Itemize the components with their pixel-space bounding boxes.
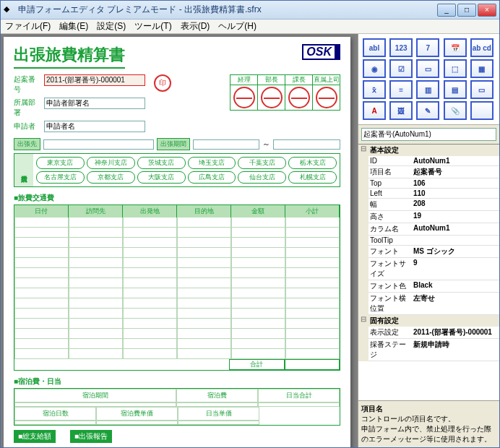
prop-value[interactable]: 106 [412,178,499,189]
prop-value[interactable]: 9 [412,258,499,280]
stamp-icon [233,87,255,108]
branch-pill[interactable]: 名古屋支店 [36,171,85,184]
tool-text-icon[interactable]: abl [363,38,386,57]
tool-rect-icon[interactable]: ▭ [416,59,439,78]
help-body: コントロールの項目名です。 申請フォーム内で、禁止処理を行った際のエラーメッセー… [361,414,496,444]
branch-pill[interactable]: 茨城支店 [137,157,186,169]
table-row[interactable] [14,228,340,238]
prop-value[interactable] [412,236,499,246]
app-icon: ◆ [4,4,15,16]
tool-columns-icon[interactable]: ▥ [416,80,439,99]
field-applicant[interactable]: 申請者名 [44,121,145,132]
branch-pill[interactable]: 大阪支店 [137,171,186,184]
stay-unit-diem-value[interactable] [178,421,259,425]
stay-unit-stay-label: 宿泊費単価 [96,407,178,421]
prop-key: 高さ [368,211,412,223]
tool-rows-icon[interactable]: ▤ [444,80,467,99]
prop-value[interactable]: 新規申請時 [412,339,499,361]
menu-settings[interactable]: 設定(S) [97,20,126,33]
table-row[interactable] [14,248,340,258]
branch-pill[interactable]: 東京支店 [36,157,85,169]
branch-pill[interactable]: 神奈川支店 [87,157,135,169]
prop-value[interactable]: 110 [412,189,499,199]
prop-value[interactable]: 2011-(部署番号)-000001 [412,327,499,339]
menu-tool[interactable]: ツール(T) [134,20,171,33]
branch-pill[interactable]: 埼玉支店 [188,157,236,169]
menu-help[interactable]: ヘルプ(H) [218,20,257,33]
label-period: 出張期間 [157,138,190,150]
approver-col-1: 経理 [230,75,258,85]
branch-pill[interactable]: 栃木支店 [288,157,337,169]
table-row[interactable] [14,309,340,319]
prop-value[interactable]: MS ゴシック [412,246,499,258]
tool-image-icon[interactable]: 🖼 [389,101,413,120]
table-row[interactable] [14,288,340,298]
prop-value[interactable]: 起案番号 [412,166,499,178]
field-docno[interactable]: 2011-(部署番号)-000001 [44,74,145,86]
stay-unit-stay-value[interactable] [96,421,178,425]
table-row[interactable] [14,319,340,329]
branch-pill[interactable]: 京都支店 [87,171,135,184]
field-period-to[interactable] [273,139,340,150]
window-close-button[interactable]: × [478,4,496,17]
group-toggle-icon[interactable]: ⊟ [358,315,368,327]
prop-value[interactable]: AutoNum1 [412,223,499,236]
window-minimize-button[interactable]: _ [437,4,456,17]
table-row[interactable] [14,238,340,248]
prop-key: 表示設定 [368,327,412,339]
branch-pill[interactable]: 千葉支店 [238,157,286,169]
tool-grid-icon[interactable]: ▦ [470,59,493,78]
prop-value[interactable]: Black [412,280,499,293]
property-target-combo[interactable]: 起案番号(AutoNum1) [361,128,496,141]
table-row[interactable] [14,217,340,228]
tool-empty-icon[interactable] [470,101,493,120]
branch-pill[interactable]: 札幌支店 [288,171,337,184]
form-title: 出張旅費精算書 [14,44,125,69]
tool-calendar-icon[interactable]: 📅 [444,38,467,57]
design-canvas[interactable]: OSK 出張旅費精算書 起案番号 2011-(部署番号)-000001 所属部署… [1,34,358,447]
field-destination[interactable] [43,139,154,150]
tool-number-icon[interactable]: 123 [389,38,413,57]
section-travel: ■旅費交通費 [14,193,340,203]
window-maximize-button[interactable]: □ [457,4,476,17]
prop-value[interactable]: AutoNum1 [412,156,499,166]
table-row[interactable] [14,329,340,339]
prop-value[interactable]: 208 [412,199,499,211]
tool-formula-icon[interactable]: x̄ [363,80,386,99]
menu-file[interactable]: ファイル(F) [5,20,51,33]
tool-radio-icon[interactable]: ◉ [363,59,386,78]
label-applicant: 申請者 [14,121,41,132]
seal-icon: 印 [154,74,171,92]
field-dept[interactable]: 申請者部署名 [44,98,145,109]
prop-key: フォント色 [368,280,412,293]
tool-checkbox-icon[interactable]: ☑ [389,59,413,78]
field-period-from[interactable] [193,139,260,150]
branch-pill[interactable]: 広島支店 [188,171,236,184]
table-row[interactable] [14,339,340,349]
tool-multiline-icon[interactable]: ab cd [470,38,493,57]
tool-digit-icon[interactable]: 7 [416,38,439,57]
table-row[interactable] [14,349,340,359]
group-toggle-icon[interactable]: ⊟ [358,145,368,156]
menu-edit[interactable]: 編集(E) [59,20,88,33]
prop-value[interactable]: 19 [412,211,499,223]
stay-nights-value[interactable] [14,421,96,425]
tool-container-icon[interactable]: ⬚ [444,59,467,78]
approver-col-4: 直属上司 [313,75,340,85]
tool-list-icon[interactable]: ≡ [389,80,413,99]
prop-key: フォント [368,246,412,258]
table-row[interactable] [14,298,340,309]
branch-pill[interactable]: 仙台支店 [238,171,286,184]
table-row[interactable] [14,278,340,288]
table-row[interactable] [14,258,340,268]
table-row[interactable] [14,268,340,278]
tool-attachment-icon[interactable]: 📎 [444,101,467,120]
menu-view[interactable]: 表示(D) [181,20,210,33]
tool-frame-icon[interactable]: ▭ [470,80,493,99]
travel-total-label: 合計 [229,359,284,370]
prop-key: フォント横位置 [368,293,412,315]
tool-label-icon[interactable]: A [363,101,386,120]
tool-stamp-icon[interactable]: ✎ [416,101,439,120]
prop-value[interactable]: 左寄せ [412,293,499,315]
prop-key: Left [368,189,412,199]
